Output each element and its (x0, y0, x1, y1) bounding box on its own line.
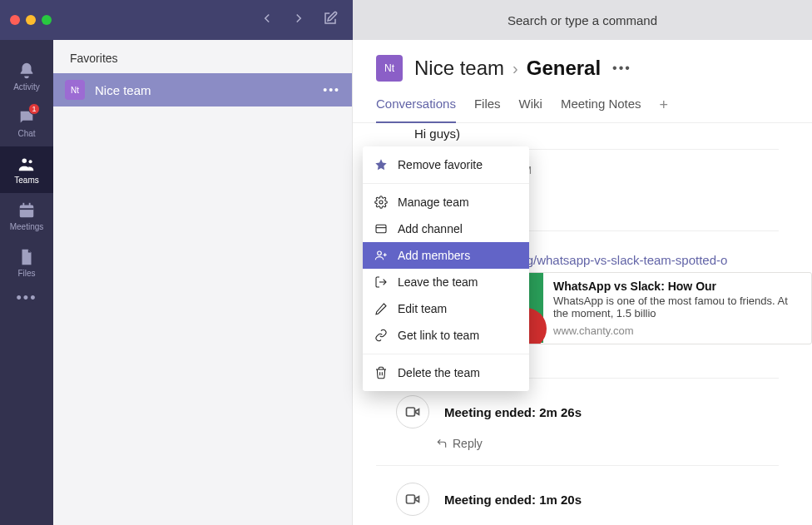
crumb-channel[interactable]: General (527, 57, 601, 80)
tab-files[interactable]: Files (474, 97, 501, 122)
channel-more-icon[interactable]: ••• (612, 61, 631, 76)
card-site: www.chanty.com (553, 324, 801, 337)
teams-panel: Favorites Nt Nice team ••• (53, 40, 353, 525)
compose-icon[interactable] (323, 11, 338, 29)
svg-marker-9 (415, 497, 418, 503)
ctx-manage-team[interactable]: Manage team (363, 189, 529, 215)
panel-section: Favorites (53, 40, 352, 73)
close-window[interactable] (10, 15, 20, 25)
meeting-ended-row: Meeting ended: 2m 26s (376, 387, 812, 432)
svg-rect-6 (407, 408, 415, 416)
ctx-leave-team[interactable]: Leave the team (363, 269, 529, 295)
channel-tabs: Conversations Files Wiki Meeting Notes + (353, 82, 812, 123)
message-text: Hi guys) (376, 126, 812, 141)
minimize-window[interactable] (26, 15, 36, 25)
titlebar: Search or type a command (0, 0, 812, 40)
app-rail: Activity 1 Chat Teams Meetings Files ••• (0, 40, 53, 525)
chat-badge: 1 (28, 103, 40, 115)
chevron-right-icon: › (512, 59, 518, 78)
rail-label: Files (17, 269, 35, 278)
maximize-window[interactable] (42, 15, 52, 25)
svg-rect-8 (407, 495, 415, 503)
rail-files[interactable]: Files (0, 240, 53, 286)
svg-rect-2 (20, 206, 34, 218)
rail-activity[interactable]: Activity (0, 53, 53, 100)
svg-rect-5 (20, 208, 34, 210)
team-avatar: Nt (65, 80, 85, 100)
team-context-menu: Remove favorite Manage team Add channel … (363, 146, 529, 391)
ctx-add-members[interactable]: Add members (363, 242, 529, 269)
rail-teams[interactable]: Teams (0, 146, 53, 193)
ctx-get-link[interactable]: Get link to team (363, 322, 529, 349)
rail-more-icon[interactable]: ••• (17, 290, 37, 307)
tab-add-icon[interactable]: + (660, 97, 669, 122)
svg-point-0 (22, 159, 27, 164)
search-input[interactable]: Search or type a command (353, 0, 812, 40)
svg-rect-11 (376, 225, 386, 232)
nav-forward-icon[interactable] (291, 11, 306, 29)
tab-wiki[interactable]: Wiki (519, 97, 542, 122)
reply-button[interactable]: Reply (376, 519, 812, 525)
rail-chat[interactable]: 1 Chat (0, 100, 53, 146)
ctx-add-channel[interactable]: Add channel (363, 215, 529, 242)
meeting-text: Meeting ended: 1m 20s (444, 493, 582, 507)
tab-conversations[interactable]: Conversations (376, 97, 456, 123)
meeting-ended-row: Meeting ended: 1m 20s (376, 474, 812, 519)
svg-rect-3 (22, 203, 24, 207)
svg-point-1 (29, 160, 32, 163)
header-avatar: Nt (376, 55, 403, 82)
meeting-icon (396, 395, 429, 428)
rail-label: Chat (17, 129, 35, 138)
breadcrumb: Nice team › General ••• (414, 57, 631, 80)
nav-back-icon[interactable] (260, 11, 275, 29)
svg-point-10 (379, 201, 383, 204)
team-more-icon[interactable]: ••• (323, 83, 340, 97)
rail-label: Activity (13, 82, 40, 92)
meeting-icon (396, 483, 429, 516)
rail-label: Teams (14, 176, 38, 185)
rail-meetings[interactable]: Meetings (0, 193, 53, 240)
ctx-delete-team[interactable]: Delete the team (363, 359, 529, 386)
svg-rect-4 (29, 203, 31, 207)
meeting-text: Meeting ended: 2m 26s (444, 405, 582, 419)
team-row[interactable]: Nt Nice team ••• (53, 73, 352, 106)
card-title: WhatsApp vs Slack: How Our (553, 280, 801, 293)
tab-meeting-notes[interactable]: Meeting Notes (561, 97, 641, 122)
reply-button[interactable]: Reply (376, 432, 812, 457)
team-name: Nice team (95, 83, 151, 97)
ctx-edit-team[interactable]: Edit team (363, 295, 529, 322)
chat-header: Nt Nice team › General ••• (353, 40, 812, 82)
card-desc: WhatsApp is one of the most famou to fri… (553, 295, 801, 319)
svg-marker-7 (415, 409, 418, 415)
ctx-remove-favorite[interactable]: Remove favorite (363, 151, 529, 178)
svg-point-13 (378, 251, 382, 255)
crumb-team[interactable]: Nice team (414, 57, 504, 80)
rail-label: Meetings (10, 222, 44, 231)
window-controls (10, 15, 52, 25)
